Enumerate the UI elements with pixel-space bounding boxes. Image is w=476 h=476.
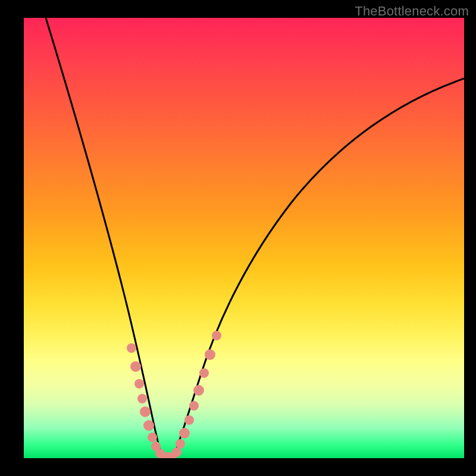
marker — [176, 439, 185, 449]
marker — [127, 343, 136, 353]
marker — [143, 420, 154, 431]
curve-left-branch — [46, 18, 162, 456]
marker — [205, 349, 215, 360]
marker-group — [127, 331, 221, 458]
marker — [148, 433, 157, 442]
chart-plot-area — [24, 18, 464, 458]
marker — [172, 447, 181, 457]
marker — [140, 406, 151, 417]
marker — [179, 428, 190, 439]
marker — [189, 401, 199, 411]
marker — [134, 379, 144, 389]
marker — [130, 361, 141, 372]
marker — [212, 331, 221, 340]
curve-right-branch — [174, 79, 464, 456]
marker — [199, 368, 209, 378]
marker — [137, 394, 147, 403]
chart-svg — [24, 18, 464, 458]
chart-frame: TheBottleneck.com — [0, 0, 476, 476]
marker — [193, 385, 204, 396]
watermark-text: TheBottleneck.com — [355, 4, 469, 19]
marker — [184, 415, 194, 425]
